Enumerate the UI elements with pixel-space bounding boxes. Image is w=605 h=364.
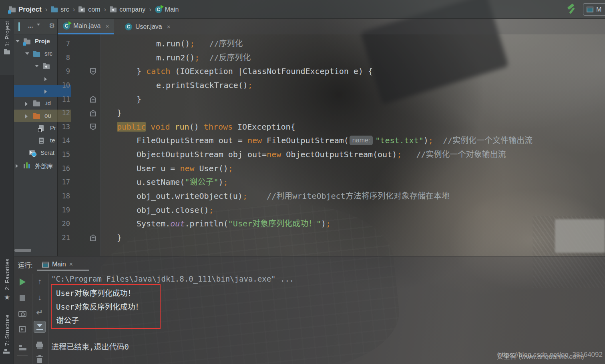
- divider: [14, 273, 605, 273]
- run-toolbar-trash-icon[interactable]: [34, 354, 46, 364]
- code-line-12: 12}: [0, 106, 605, 120]
- tab-main-java[interactable]: CMain.java×: [58, 19, 114, 34]
- parameter-hint: name:: [350, 136, 373, 145]
- panel-dots-menu[interactable]: ...: [28, 22, 33, 29]
- code-token: void: [151, 122, 170, 132]
- line-number: 14: [59, 134, 70, 148]
- project-folder-icon: [9, 8, 16, 12]
- breadcrumb-item-com[interactable]: com: [78, 6, 100, 13]
- fold-marker-icon[interactable]: [90, 68, 96, 75]
- code-token: User u =: [137, 164, 180, 173]
- close-icon[interactable]: ×: [69, 261, 73, 268]
- horizontal-scrollbar[interactable]: [14, 249, 31, 252]
- panel-view-icon[interactable]: [18, 23, 20, 30]
- run-toolbar-stop-icon[interactable]: [16, 292, 28, 304]
- code-token: ;: [428, 136, 433, 145]
- breadcrumb-label: com: [88, 6, 100, 13]
- sidebar-item-favorites[interactable]: 2: Favorites ★: [0, 258, 14, 302]
- breadcrumb-label: company: [119, 6, 145, 13]
- code-line-18: 18obj_out.writeObject(u); //利用writeObjec…: [0, 189, 605, 203]
- build-hammer-icon[interactable]: [566, 4, 577, 15]
- code-line-17: 17u.setName("谢公子");: [0, 175, 605, 189]
- code-line-15: 15ObjectOutputStream obj_out=new ObjectO…: [0, 148, 605, 162]
- code-token: obj_out.writeObject(u): [137, 191, 243, 201]
- run-toolbar-play-icon[interactable]: [16, 276, 28, 288]
- watermark-url: https://blog.csdn.net/qq_38164092: [498, 351, 603, 359]
- line-number: 21: [59, 231, 70, 245]
- code-token: ;: [243, 191, 247, 201]
- code-text: }: [117, 106, 122, 120]
- stripe-favorites-label: 2: Favorites: [4, 258, 10, 290]
- code-text: m.run(); //序列化: [156, 37, 243, 51]
- code-text: System.out.println("User对象序列化成功！");: [137, 217, 331, 231]
- code-text: m.run2(); //反序列化: [156, 51, 251, 65]
- run-toolbar-scrollend-icon[interactable]: [34, 321, 46, 333]
- run-configuration-selector[interactable]: M: [583, 3, 605, 16]
- fold-marker-icon[interactable]: [90, 96, 96, 103]
- code-token: //实例化一个文件输出流: [433, 136, 533, 145]
- code-token: new: [247, 136, 262, 145]
- structure-icon: [4, 349, 10, 354]
- code-token: [170, 122, 175, 132]
- code-line-10: 10e.printStackTrace();: [0, 78, 605, 92]
- code-token: //序列化: [195, 39, 243, 48]
- close-icon[interactable]: ×: [105, 23, 109, 30]
- tab-user-java[interactable]: CUser.java×: [120, 19, 175, 34]
- code-line-21: 21}: [0, 231, 605, 245]
- console-window-icon: [42, 262, 49, 268]
- folder-icon: [51, 8, 58, 12]
- code-token: run: [175, 122, 189, 132]
- package-folder-icon: [78, 8, 85, 12]
- panel-caret-icon[interactable]: [37, 26, 40, 33]
- run-configuration-label: M: [596, 6, 601, 13]
- code-token: m.run2(): [156, 53, 195, 62]
- code-line-7: 7m.run(); //序列化: [0, 37, 605, 51]
- code-token: ): [219, 177, 223, 187]
- fold-marker-icon[interactable]: [90, 234, 96, 241]
- code-token: }: [117, 108, 122, 118]
- run-tab-main[interactable]: Main ×: [42, 259, 73, 270]
- code-text: FileOutputStream out = new FileOutputStr…: [137, 134, 533, 148]
- code-token: ;: [190, 39, 195, 48]
- console-command-line: "C:\Program Files\Java\jdk1.8.0_111\bin\…: [51, 274, 294, 283]
- fold-marker-icon[interactable]: [90, 124, 96, 130]
- breadcrumb-label: Project: [18, 6, 42, 14]
- package-folder-icon: [110, 8, 117, 12]
- code-token: ObjectOutputStream(out): [281, 150, 397, 159]
- code-token: User(): [195, 164, 228, 173]
- code-token: ): [424, 136, 428, 145]
- line-number: 8: [59, 51, 70, 65]
- console-window-icon: [587, 6, 593, 12]
- run-panel-title: 运行:: [18, 260, 32, 270]
- divider: [17, 337, 28, 337]
- code-token: IOException{: [233, 122, 295, 132]
- run-toolbar-down-icon[interactable]: ↓: [34, 291, 46, 303]
- line-number: 12: [59, 106, 70, 120]
- breadcrumb-item-src[interactable]: src: [51, 6, 69, 13]
- fold-marker-icon[interactable]: [90, 110, 96, 116]
- run-tab-underline: [37, 270, 89, 271]
- run-toolbar-attach-icon[interactable]: [16, 323, 28, 335]
- run-toolbar-camera-icon[interactable]: [16, 308, 28, 320]
- code-token: out: [170, 219, 185, 228]
- run-toolbar-softwrap-icon[interactable]: ↵: [34, 306, 46, 318]
- code-line-11: 11}: [0, 92, 605, 106]
- run-toolbar-printer-icon[interactable]: [34, 338, 46, 350]
- line-number: 11: [59, 92, 70, 106]
- breadcrumb-item-main[interactable]: CMain: [155, 6, 179, 13]
- run-toolbar-up-icon[interactable]: ↑: [34, 275, 46, 287]
- panel-gear-icon[interactable]: ⚙: [49, 22, 55, 29]
- code-token: [146, 122, 151, 132]
- code-token: "User对象序列化成功！": [228, 219, 321, 228]
- code-token: (): [189, 122, 204, 132]
- stripe-structure-label: 7: Structure: [4, 314, 10, 346]
- code-token: System.: [137, 219, 170, 228]
- code-line-20: 20System.out.println("User对象序列化成功！");: [0, 217, 605, 231]
- run-toolbar-layout-icon[interactable]: [16, 342, 28, 354]
- sidebar-item-structure[interactable]: 7: Structure: [0, 314, 14, 354]
- close-icon[interactable]: ×: [167, 23, 171, 30]
- java-class-icon: C: [125, 23, 132, 30]
- breadcrumb-item-project[interactable]: Project: [9, 6, 42, 14]
- code-token: //实例化一个对象输出流: [402, 150, 506, 159]
- breadcrumb-item-company[interactable]: company: [110, 6, 145, 13]
